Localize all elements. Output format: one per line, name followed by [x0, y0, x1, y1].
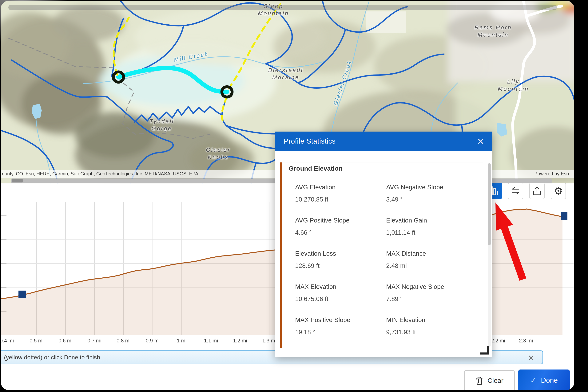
ground-elevation-card: Ground Elevation AVG Elevation10,270.85 …	[280, 162, 483, 348]
stat-label: MIN Elevation	[386, 316, 477, 324]
stat-item: AVG Negative Slope3.49 °	[386, 184, 477, 203]
stat-label: MAX Negative Slope	[386, 283, 477, 290]
dialog-close-icon[interactable]: ✕	[475, 136, 486, 147]
done-button[interactable]: ✓ Done	[518, 370, 570, 390]
app-window: Steep MountainMill CreekGlacier CreekBie…	[1, 1, 574, 390]
stat-item: MIN Elevation9,731.93 ft	[386, 316, 477, 336]
stat-item: AVG Positive Slope4.66 °	[295, 217, 386, 236]
stat-value: 10,675.06 ft	[295, 295, 386, 302]
screenshot-stage: Steep MountainMill CreekGlacier CreekBie…	[0, 0, 588, 392]
stat-label: MAX Elevation	[295, 283, 386, 290]
stat-value: 128.69 ft	[295, 262, 386, 270]
powered-by-esri: Powered by Esri	[534, 171, 569, 176]
dialog-header[interactable]: Profile Statistics ✕	[275, 132, 492, 151]
stat-value: 2.48 mi	[386, 262, 477, 270]
stat-value: 1,011.14 ft	[386, 229, 477, 236]
clear-button[interactable]: Clear	[464, 370, 515, 390]
clear-label: Clear	[487, 377, 503, 384]
stats-grid: AVG Elevation10,270.85 ftAVG Negative Sl…	[295, 184, 483, 336]
label-rams-horn-mountain: Rams Horn Mountain	[474, 24, 512, 38]
stat-item: MAX Positive Slope19.18 °	[295, 316, 386, 336]
label-tyndall-gorge: Tyndall Gorge	[150, 118, 174, 132]
stat-value: 19.18 °	[295, 328, 386, 336]
stat-label: Elevation Loss	[295, 250, 386, 257]
stat-label: MAX Distance	[386, 250, 477, 257]
red-arrow	[495, 202, 526, 281]
stat-label: AVG Positive Slope	[295, 217, 386, 224]
stat-value: 4.66 °	[295, 229, 386, 236]
stat-item: MAX Negative Slope7.89 °	[386, 283, 477, 302]
stat-label: AVG Negative Slope	[386, 184, 477, 191]
card-title: Ground Elevation	[289, 165, 483, 172]
label-lily-mountain: Lily Mountain	[498, 78, 529, 92]
stat-item: AVG Elevation10,270.85 ft	[295, 184, 386, 203]
check-icon: ✓	[530, 376, 536, 384]
label-glacier-knobs: Glacier Knobs	[206, 146, 231, 160]
stat-value: 10,270.85 ft	[295, 196, 386, 203]
hint-close-icon[interactable]: ✕	[527, 353, 536, 362]
stat-value: 7.89 °	[386, 295, 477, 302]
hint-text: (yellow dotted) or click Done to finish.	[4, 354, 102, 361]
stat-value: 9,731.93 ft	[386, 328, 477, 336]
dialog-scrollbar-thumb[interactable]	[488, 163, 491, 245]
tile-seam	[366, 12, 406, 33]
dialog-scrollbar[interactable]	[488, 163, 491, 346]
stat-label: AVG Elevation	[295, 184, 386, 191]
stat-value: 3.49 °	[386, 196, 477, 203]
attribution-text: ounty, CO, Esri, HERE, Garmin, SafeGraph…	[2, 171, 198, 176]
dialog-resize-handle[interactable]	[479, 345, 489, 355]
map-top-scrollbar[interactable]	[8, 5, 557, 10]
trash-icon	[475, 376, 483, 385]
footer-divider	[1, 368, 574, 368]
stat-item: Elevation Gain1,011.14 ft	[386, 217, 477, 236]
done-label: Done	[541, 376, 558, 384]
profile-statistics-dialog: Profile Statistics ✕ Ground Elevation AV…	[275, 132, 492, 357]
label-biersteadt-moraine: Biersteadt Moraine	[268, 66, 303, 81]
stat-item: Elevation Loss128.69 ft	[295, 250, 386, 270]
stat-item: MAX Elevation10,675.06 ft	[295, 283, 386, 302]
scrollbar-thumb[interactable]	[12, 179, 23, 182]
dialog-title: Profile Statistics	[284, 137, 336, 145]
stat-label: MAX Positive Slope	[295, 316, 386, 324]
stat-item: MAX Distance2.48 mi	[386, 250, 477, 270]
stat-label: Elevation Gain	[386, 217, 477, 224]
